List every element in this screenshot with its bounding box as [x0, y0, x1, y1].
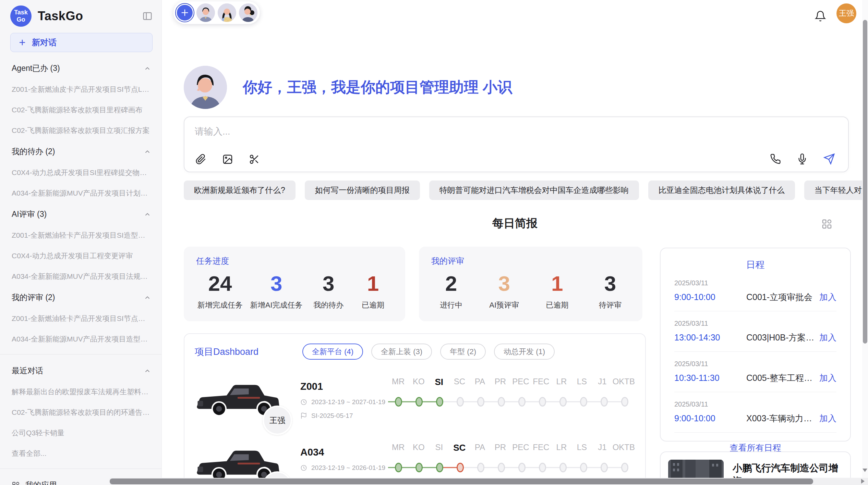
new-chat-button[interactable]: 新对话: [10, 33, 153, 52]
chevron-up-icon[interactable]: [144, 65, 151, 72]
milestone-dot[interactable]: [415, 397, 423, 407]
milestone-dot[interactable]: [559, 463, 567, 472]
list-item[interactable]: C02-飞腾新能源轻客改款项目立项汇报方案: [12, 126, 151, 135]
list-item[interactable]: C0X4-动力总成开发项目工程变更评审: [12, 251, 151, 261]
horizontal-scrollbar[interactable]: [110, 478, 868, 485]
milestone-dot[interactable]: [601, 463, 608, 472]
suggestion-chip[interactable]: 特朗普可能对进口汽车增税会对中国车企造成哪些影响: [429, 181, 639, 200]
list-item[interactable]: A034-全新新能源MUV产品开发项目法规符合性评审: [12, 272, 151, 281]
join-link[interactable]: 加入: [819, 332, 836, 343]
group-agent-done[interactable]: Agent已办 (3): [12, 63, 151, 74]
suggestion-chip[interactable]: 如何写一份清晰的项目周报: [305, 181, 420, 200]
join-link[interactable]: 加入: [819, 413, 836, 424]
group-title: 我的应用: [25, 480, 57, 485]
milestone-dot[interactable]: [498, 397, 505, 407]
milestone-dot[interactable]: [457, 463, 464, 472]
milestone-dot[interactable]: [621, 397, 628, 407]
milestone-dot[interactable]: [415, 463, 423, 472]
mic-icon[interactable]: [797, 153, 808, 164]
list-item[interactable]: 公司Q3轻卡销量: [12, 428, 151, 438]
filter-chip[interactable]: 动总开发 (1): [494, 344, 555, 360]
chevron-up-icon[interactable]: [144, 148, 151, 156]
milestone-dot[interactable]: [395, 397, 402, 407]
notifications-bell-icon[interactable]: [815, 10, 826, 22]
milestone-dot[interactable]: [518, 397, 526, 407]
list-item[interactable]: A034-全新新能源MUV产品开发项目计划变更表编写: [12, 188, 151, 198]
stat-value: 24: [197, 271, 243, 296]
milestone-dot[interactable]: [477, 463, 484, 472]
suggestion-chip[interactable]: 当下年轻人对汽车外观有怎样的喜好趋势: [804, 181, 868, 200]
chat-input-box: [184, 116, 849, 172]
milestone-dot[interactable]: [580, 397, 587, 407]
filter-chip[interactable]: 年型 (2): [440, 344, 486, 360]
filter-chip[interactable]: 全新上装 (3): [371, 344, 432, 360]
milestone-dot[interactable]: [559, 397, 567, 407]
list-item[interactable]: Z001-全新燃油轻卡产品开发项目SI节点属性5D文件评审: [12, 314, 151, 323]
view-all-chats[interactable]: 查看全部...: [12, 449, 151, 458]
daily-brief-title: 每日简报: [162, 216, 868, 231]
project-info: Z001 2023-12-19 ~ 2027-01-19 SI-2025-05-…: [300, 381, 386, 420]
send-icon[interactable]: [823, 153, 835, 165]
phone-icon[interactable]: [770, 153, 781, 164]
filter-chip[interactable]: 全新平台 (4): [302, 344, 363, 360]
vertical-scrollbar[interactable]: [862, 0, 868, 485]
divider: [674, 351, 836, 352]
composer-left-tools: [195, 154, 260, 165]
scroll-down-arrow[interactable]: [863, 469, 867, 472]
stat-label: 进行中: [433, 300, 470, 310]
stat-label: 待评审: [592, 300, 629, 310]
scissors-icon[interactable]: [249, 154, 260, 165]
group-my-review[interactable]: 我的评审 (2): [12, 292, 151, 303]
list-item[interactable]: Z001-全新燃油皮卡产品开发项目SI节点Lesson Learn报告: [12, 85, 151, 94]
group-recent-chats[interactable]: 最近对话: [12, 365, 151, 376]
list-item[interactable]: C02-飞腾新能源轻客改款项目里程碑画布: [12, 105, 151, 115]
list-item[interactable]: Z001-全新燃油轻卡产品开发项目SI造型提交物评审: [12, 231, 151, 240]
join-link[interactable]: 加入: [819, 291, 836, 303]
milestone-dot[interactable]: [395, 463, 402, 472]
group-my-todo[interactable]: 我的待办 (2): [12, 146, 151, 157]
milestone-dot[interactable]: [457, 397, 464, 407]
list-item[interactable]: C02-飞腾新能源轻客改款项目的闭环通告反馈情况: [12, 408, 151, 417]
chevron-up-icon[interactable]: [144, 294, 151, 301]
attachment-icon[interactable]: [195, 154, 206, 165]
avatar[interactable]: [196, 3, 215, 22]
milestone-dot[interactable]: [477, 397, 484, 407]
chevron-up-icon[interactable]: [144, 367, 151, 375]
list-item[interactable]: C0X4-动力总成开发项目SI里程碑提交物检查: [12, 168, 151, 177]
task-progress-card: 任务进度 24 新增完成任务 3 新增AI完成任务 3 我的待办: [184, 247, 405, 321]
add-agent-button[interactable]: [176, 4, 194, 22]
suggestion-chip[interactable]: 欧洲新规最近颁布了什么?: [184, 181, 296, 200]
milestone-dot[interactable]: [436, 397, 443, 407]
milestone-dot[interactable]: [436, 463, 443, 472]
schedule-event: 2025/03/11 9:00-10:00 X003-车辆动力学性能验... 加…: [674, 400, 836, 424]
chat-input[interactable]: [195, 125, 743, 146]
milestone-dot[interactable]: [518, 463, 526, 472]
milestone-dot[interactable]: [580, 463, 587, 472]
project-row[interactable]: 王强 Z001 2023-12-19 ~ 2027-01-19 SI-2025-…: [195, 375, 635, 425]
avatar[interactable]: [239, 3, 257, 22]
user-avatar[interactable]: 王强: [836, 3, 856, 23]
list-item[interactable]: 解释最新出台的欧盟报废车法规再生塑料比例被调至15%...: [12, 387, 151, 397]
stat: 1 已逾期: [354, 271, 391, 310]
milestone-dot[interactable]: [539, 463, 546, 472]
vertical-scrollbar-thumb[interactable]: [863, 20, 867, 344]
stat-value: 3: [486, 271, 523, 296]
sidebar-collapse-icon[interactable]: [142, 11, 153, 21]
milestone-dot[interactable]: [621, 463, 628, 472]
avatar[interactable]: [218, 3, 236, 22]
milestone-dot[interactable]: [539, 397, 546, 407]
clock-icon: [300, 464, 307, 471]
new-chat-label: 新对话: [32, 37, 57, 48]
layout-grid-icon[interactable]: [821, 219, 832, 229]
milestone-dot[interactable]: [601, 397, 608, 407]
group-ai-review[interactable]: AI评审 (3): [12, 209, 151, 220]
suggestion-chip[interactable]: 比亚迪全固态电池计划具体说了什么: [648, 181, 795, 200]
clock-icon: [300, 399, 307, 406]
scroll-right-arrow[interactable]: [861, 479, 865, 484]
image-icon[interactable]: [222, 154, 233, 165]
list-item[interactable]: A034-全新新能源MUV产品开发项目造型可行性评审: [12, 334, 151, 344]
milestone-dot[interactable]: [498, 463, 505, 472]
horizontal-scrollbar-thumb[interactable]: [110, 478, 813, 484]
chevron-up-icon[interactable]: [144, 211, 151, 218]
join-link[interactable]: 加入: [819, 372, 836, 384]
